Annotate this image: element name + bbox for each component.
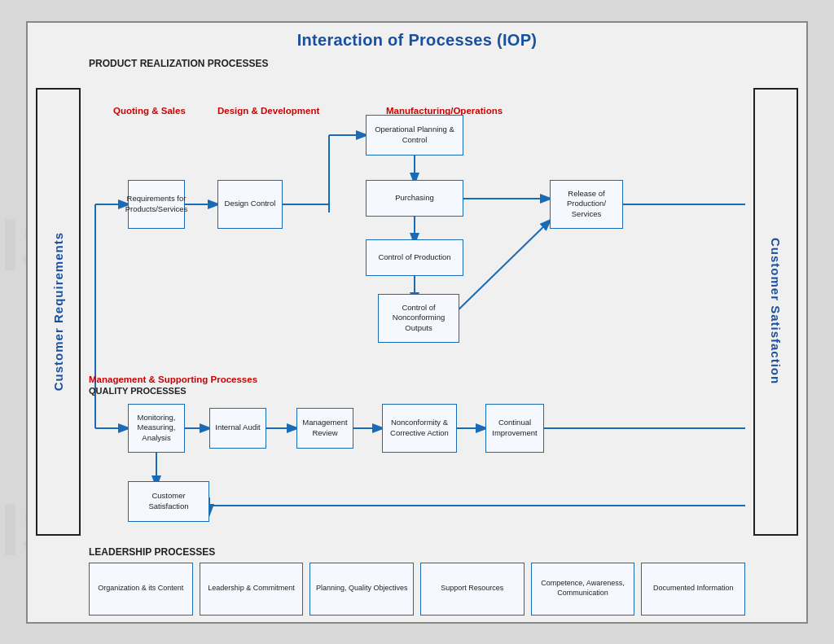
internal-audit-box: Internal Audit	[209, 408, 266, 449]
release-prod-box: Release of Production/ Services	[550, 180, 623, 229]
control-prod-box: Control of Production	[366, 239, 463, 276]
leadership-box-5: Documented Information	[641, 563, 745, 616]
management-review-box: Management Review	[296, 408, 353, 449]
nonconformity-box: Nonconformity & Corrective Action	[382, 404, 457, 453]
leadership-box-4: Competence, Awareness, Communication	[531, 563, 635, 616]
leadership-box-3: Support Resources	[420, 563, 525, 616]
product-realization-label: PRODUCT REALIZATION PROCESSES	[89, 58, 268, 69]
op-planning-box: Operational Planning & Control	[366, 115, 463, 156]
design-dev-label: Design & Development	[217, 103, 319, 117]
leadership-box-2: Planning, Quality Objectives	[309, 563, 414, 616]
customer-requirements-bar: Customer Requirements	[36, 88, 81, 536]
page: ISO ISO ISO ISO ISO ISO AID AID AID AID …	[0, 0, 834, 644]
main-card: Interaction of Processes (IOP) Customer …	[26, 21, 808, 624]
leadership-boxes-row: Organization & its Content Leadership & …	[89, 563, 745, 616]
continual-improvement-box: Continual Improvement	[485, 404, 544, 453]
requirements-box: Requirements for Products/Services	[128, 180, 185, 229]
quoting-sales-label: Quoting & Sales	[113, 103, 186, 117]
monitoring-box: Monitoring, Measuring, Analysis	[128, 404, 185, 453]
customer-requirements-label: Customer Requirements	[51, 232, 65, 391]
diagram-title: Interaction of Processes (IOP)	[42, 31, 792, 50]
leadership-box-0: Organization & its Content	[89, 563, 193, 616]
quality-processes-label: QUALITY PROCESSES	[89, 386, 187, 396]
purchasing-box: Purchasing	[366, 180, 463, 217]
customer-satisfaction-bar: Customer Satisfaction	[753, 88, 798, 536]
control-nonconform-box: Control of Nonconforming Outputs	[378, 294, 459, 343]
svg-line-10	[450, 221, 550, 318]
mgmt-supporting-label: Management & Supporting Processes	[89, 371, 257, 386]
customer-satisfaction-box: Customer Satisfaction	[128, 481, 209, 522]
design-control-box: Design Control	[217, 180, 283, 229]
leadership-box-1: Leadership & Commitment	[200, 563, 304, 616]
leadership-label: LEADERSHIP PROCESSES	[89, 546, 215, 558]
customer-satisfaction-label: Customer Satisfaction	[769, 238, 783, 384]
